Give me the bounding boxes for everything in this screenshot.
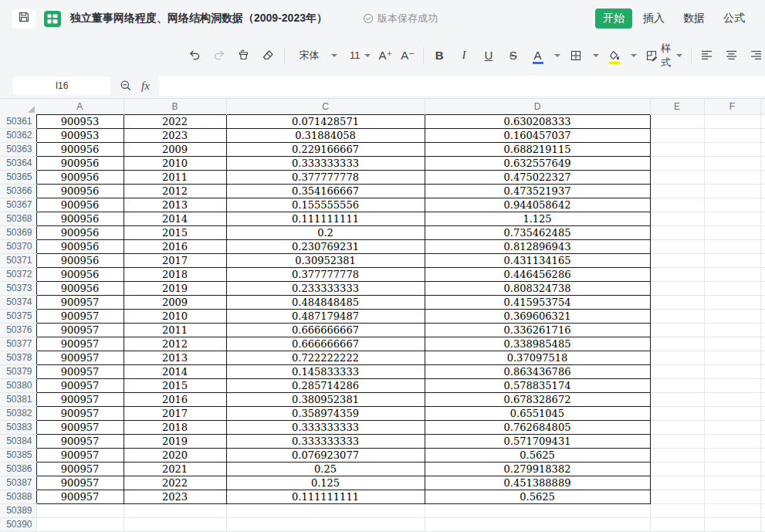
undo-button[interactable] <box>185 46 204 66</box>
spreadsheet-logo-icon[interactable] <box>44 11 61 27</box>
row-header[interactable]: 50385 <box>0 448 36 462</box>
cell[interactable] <box>760 114 765 128</box>
cell[interactable]: 2020 <box>124 448 226 462</box>
cell[interactable]: 0.812896943 <box>425 239 650 253</box>
increase-font-button[interactable]: A⁺ <box>377 46 395 66</box>
cell[interactable] <box>650 490 704 503</box>
cell[interactable]: 0.6551045 <box>425 406 650 420</box>
cell[interactable]: 0.632557649 <box>425 156 650 170</box>
cell[interactable] <box>760 462 765 476</box>
cell[interactable]: 0.571709431 <box>425 434 650 448</box>
cell[interactable]: 0.415953754 <box>425 295 650 309</box>
cell[interactable]: 0.37097518 <box>425 351 650 364</box>
cell[interactable] <box>704 503 760 517</box>
document-title[interactable]: 独立董事网络程度、网络结构洞数据（2009-2023年） <box>70 12 327 25</box>
cell[interactable] <box>650 378 704 392</box>
cell[interactable]: 2012 <box>124 337 226 351</box>
cell[interactable]: 0.285714286 <box>226 378 425 392</box>
tab-data[interactable]: 数据 <box>675 8 713 29</box>
cell[interactable] <box>650 156 704 170</box>
cell[interactable]: 0.473521937 <box>425 184 650 198</box>
save-button[interactable] <box>12 9 36 29</box>
row-header[interactable]: 50377 <box>0 337 36 351</box>
row-header[interactable]: 50369 <box>0 225 36 239</box>
font-color-button[interactable]: A <box>529 46 547 66</box>
cell[interactable] <box>760 156 765 170</box>
cell[interactable]: 0.578835174 <box>425 378 650 392</box>
cell[interactable] <box>760 503 765 517</box>
cell[interactable]: 900957 <box>36 462 124 476</box>
row-header[interactable]: 50366 <box>0 184 36 198</box>
cell[interactable]: 0.2 <box>226 225 425 239</box>
cell[interactable]: 0.25 <box>226 462 425 476</box>
cell[interactable]: 0.377777778 <box>226 170 425 184</box>
cell[interactable] <box>425 517 650 531</box>
cell[interactable] <box>704 476 760 490</box>
cell[interactable]: 900957 <box>36 378 124 392</box>
cell[interactable] <box>760 323 765 337</box>
column-header-a[interactable]: A <box>36 99 124 114</box>
cell[interactable] <box>760 434 765 448</box>
cell[interactable] <box>704 517 760 531</box>
tab-formula[interactable]: 公式 <box>716 8 753 29</box>
cell[interactable] <box>704 364 760 378</box>
cell[interactable]: 900957 <box>36 476 124 490</box>
cell[interactable]: 0.333333333 <box>226 156 425 170</box>
cell[interactable]: 0.30952381 <box>226 253 425 267</box>
redo-button[interactable] <box>210 46 228 66</box>
cell[interactable]: 0.230769231 <box>226 239 425 253</box>
cell[interactable]: 900957 <box>36 364 124 378</box>
cell[interactable] <box>650 309 704 323</box>
cell[interactable] <box>226 503 425 517</box>
cell[interactable] <box>704 267 760 281</box>
font-size-select[interactable]: 11 <box>346 46 373 66</box>
formula-input[interactable] <box>159 76 765 96</box>
cell[interactable] <box>650 128 704 142</box>
cell[interactable]: 900957 <box>36 448 124 462</box>
cell[interactable] <box>704 351 760 364</box>
cell[interactable] <box>650 114 704 128</box>
cell[interactable]: 900957 <box>36 351 124 364</box>
cell[interactable]: 2018 <box>124 267 226 281</box>
zoom-out-icon[interactable] <box>120 80 132 92</box>
cell[interactable]: 900956 <box>36 184 124 198</box>
row-header[interactable]: 50378 <box>0 351 36 364</box>
cell[interactable] <box>704 309 760 323</box>
column-header-c[interactable]: C <box>226 99 425 114</box>
align-center-button[interactable] <box>722 46 740 66</box>
cell[interactable]: 900957 <box>36 309 124 323</box>
cell[interactable]: 900956 <box>36 156 124 170</box>
cell[interactable]: 2011 <box>124 170 226 184</box>
cell[interactable] <box>650 448 704 462</box>
row-header[interactable]: 50389 <box>0 503 36 517</box>
cell[interactable]: 900957 <box>36 295 124 309</box>
cell[interactable]: 0.688219115 <box>425 142 650 156</box>
format-painter-button[interactable] <box>235 46 253 66</box>
decrease-font-button[interactable]: A⁻ <box>398 46 417 66</box>
cell[interactable] <box>650 434 704 448</box>
row-header[interactable]: 50381 <box>0 392 36 406</box>
row-header[interactable]: 50364 <box>0 156 36 170</box>
column-header-f[interactable]: F <box>704 99 760 114</box>
cell[interactable] <box>650 323 704 337</box>
cell[interactable]: 0.808324738 <box>425 281 650 295</box>
cell[interactable]: 0.31884058 <box>226 128 425 142</box>
cell[interactable] <box>650 281 704 295</box>
cell[interactable]: 2012 <box>124 184 226 198</box>
cell[interactable] <box>650 351 704 364</box>
cell[interactable]: 0.446456286 <box>425 267 650 281</box>
cell[interactable] <box>760 253 765 267</box>
fill-color-button[interactable] <box>605 46 624 66</box>
cell[interactable]: 0.5625 <box>425 490 650 503</box>
fx-icon[interactable]: fx <box>141 80 150 93</box>
cell[interactable]: 2013 <box>124 351 226 364</box>
cell[interactable]: 0.451388889 <box>425 476 650 490</box>
cell[interactable] <box>760 517 765 531</box>
cell[interactable]: 0.630208333 <box>425 114 650 128</box>
cell[interactable] <box>704 225 760 239</box>
cell[interactable] <box>650 476 704 490</box>
row-header[interactable]: 50379 <box>0 364 36 378</box>
cell[interactable] <box>704 295 760 309</box>
cell[interactable] <box>704 378 760 392</box>
cell[interactable] <box>760 420 765 434</box>
